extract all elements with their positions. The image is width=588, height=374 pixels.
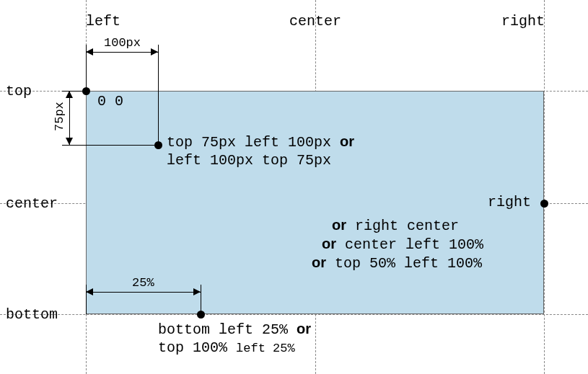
- point-tl-line2: left 100px top 75px: [167, 152, 331, 169]
- position-area: [86, 91, 544, 314]
- dim-75px-tick-bottom: [62, 145, 158, 146]
- point-bottom-25: [197, 311, 205, 319]
- or-2: or: [332, 217, 346, 233]
- or-3: or: [322, 236, 336, 251]
- axis-left-label: left: [86, 12, 120, 30]
- point-right-center: [540, 200, 548, 208]
- point-origin-label: 0 0: [97, 92, 123, 110]
- dim-25-label: 25%: [132, 275, 154, 290]
- axis-top-label: top: [6, 82, 32, 100]
- or-1: or: [340, 133, 354, 149]
- point-bottom-line1: bottom left 25%: [158, 321, 297, 338]
- axis-bottom-label: bottom: [6, 306, 58, 324]
- dim-75px-line: [69, 91, 70, 145]
- axis-center-label: center: [289, 12, 341, 30]
- axis-vcenter-label: center: [6, 195, 58, 213]
- point-right-line4: top 50% left 100%: [326, 255, 482, 272]
- dim-25-line: [86, 292, 201, 293]
- dim-25-arrow-right: [193, 288, 201, 295]
- dim-75px-arrow-up: [66, 91, 73, 98]
- point-top-left-offset: [154, 141, 162, 149]
- point-bottom-line2b: left 25%: [236, 342, 295, 355]
- grid-bottom: [0, 314, 588, 315]
- dim-100px-arrow-right: [151, 48, 158, 55]
- axis-right-label: right: [501, 12, 545, 30]
- grid-right: [544, 0, 545, 374]
- point-right-line3: center left 100%: [336, 236, 483, 253]
- point-right-line2: right center: [346, 218, 459, 234]
- point-tl-line1: top 75px left 100px: [167, 134, 340, 151]
- dim-75px-arrow-down: [66, 138, 73, 145]
- dim-25-arrow-left: [86, 288, 93, 295]
- point-bottom-line2a: top 100%: [158, 339, 236, 356]
- point-right-rest: or right center or center left 100% or t…: [332, 216, 483, 272]
- dim-100px-arrow-left: [86, 48, 93, 55]
- dim-75px-label: 75px: [52, 102, 67, 131]
- point-right-line1: right: [488, 193, 531, 211]
- dim-25-tick-right: [201, 285, 201, 314]
- point-origin: [82, 87, 90, 95]
- point-top-left-offset-label: top 75px left 100px or left 100px top 75…: [167, 133, 354, 169]
- or-5: or: [297, 321, 311, 337]
- dim-100px-tick-right: [158, 45, 159, 145]
- point-bottom-label: bottom left 25% or top 100% left 25%: [158, 320, 311, 357]
- dim-100px-line: [86, 52, 158, 53]
- or-4: or: [312, 254, 326, 270]
- dim-100px-label: 100px: [104, 35, 141, 50]
